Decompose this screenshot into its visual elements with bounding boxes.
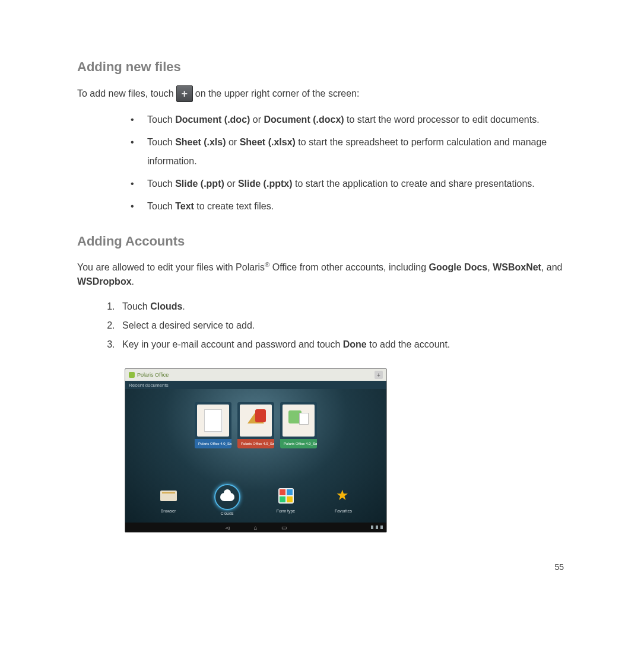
list-item: Touch Text to create text files. [131,197,564,216]
filename: Polaris Office 4.0_Sample.xlsx [284,442,317,445]
star-icon: ★ [336,488,351,504]
ppt-card[interactable]: Polaris Office 4.0_Sample.pptx [237,402,274,448]
text: , and [541,262,563,272]
text: Touch [122,301,150,311]
page-number: 55 [77,562,564,572]
doc-card[interactable]: Polaris Office 4.0_Sample.docx [195,402,231,448]
add-file-icon[interactable]: + [375,371,383,379]
bold-text: WSBoxNet [493,262,541,272]
bold-text: Google Docs [429,262,488,272]
bullet-list: Touch Document (.doc) or Document (.docx… [77,110,564,216]
xls-card[interactable]: Polaris Office 4.0_Sample.xlsx [280,402,317,448]
bold-text: WSDropbox [77,276,132,286]
heading-adding-accounts: Adding Accounts [77,234,564,249]
bold-text: Document (.doc) [175,114,250,125]
numbered-steps: Touch Clouds. Select a desired service t… [77,297,564,354]
text: Touch [147,137,175,147]
text: or [250,114,264,125]
bold-text: Clouds [150,301,182,311]
text: to add the account. [367,339,450,349]
text: Touch [147,179,175,189]
doc-thumbnail-icon [197,405,229,437]
bold-text: Sheet (.xlsx) [240,137,296,147]
list-item: Touch Slide (.ppt) or Slide (.pptx) to s… [131,174,564,193]
list-item: Key in your e-mail account and password … [118,335,564,354]
android-navbar: ◅ ⌂ ▭ [125,523,386,532]
text: Touch [147,114,175,125]
label: Form type [277,509,296,513]
list-item: Touch Sheet (.xls) or Sheet (.xlsx) to s… [131,133,564,171]
text: to create text files. [194,201,274,211]
xls-thumbnail-icon [283,405,315,437]
list-item: Touch Clouds. [118,297,564,316]
ppt-thumbnail-icon [240,405,272,437]
recent-icon[interactable]: ▭ [281,524,287,531]
list-item: Touch Document (.doc) or Document (.docx… [131,110,564,129]
home-icon[interactable]: ⌂ [253,524,257,531]
polaris-logo-icon [129,372,135,378]
back-icon[interactable]: ◅ [225,524,230,531]
recent-cards: Polaris Office 4.0_Sample.docx Polaris O… [195,402,317,448]
grid-icon [278,488,294,504]
app-title: Polaris Office [137,372,169,378]
browser-button[interactable]: Browser [157,484,180,515]
text: Touch [147,201,175,211]
accounts-paragraph: You are allowed to edit your files with … [77,260,564,289]
label: Clouds [221,511,234,515]
label: Browser [161,509,176,513]
bottom-nav: Browser Clouds Form type ★ Favorites [125,484,386,515]
status-icons [371,526,383,529]
text: to start the application to create and s… [292,179,534,189]
app-body: Polaris Office 4.0_Sample.docx Polaris O… [125,389,386,523]
document-page: Adding new files To add new files, touch… [0,0,641,607]
clouds-button[interactable]: Clouds [214,484,240,515]
text: Key in your e-mail account and password … [122,339,343,349]
bold-text: Document (.docx) [264,114,344,125]
text: Office from other accounts, including [269,262,429,272]
bold-text: Text [175,201,194,211]
bold-text: Slide (.ppt) [175,179,224,189]
filename: Polaris Office 4.0_Sample.docx [198,442,231,445]
cloud-icon [220,493,234,501]
heading-adding-new-files: Adding new files [77,59,564,75]
subheader: Recent documents [125,381,386,389]
favorites-button[interactable]: ★ Favorites [332,484,356,515]
bold-text: Sheet (.xls) [175,137,226,147]
text: . [182,301,185,311]
formtype-button[interactable]: Form type [274,484,298,515]
intro-paragraph: To add new files, touch + on the upper r… [77,85,564,102]
app-header: Polaris Office + [125,369,386,381]
text: to start the word processor to edit docu… [344,114,540,125]
label: Favorites [335,509,352,513]
text: , [487,262,493,272]
text: To add new files, touch [77,87,174,101]
text: on the upper right corner of the screen: [195,87,360,101]
bold-text: Done [343,339,367,349]
text: You are allowed to edit your files with … [77,262,265,272]
folder-icon [160,491,177,501]
filename: Polaris Office 4.0_Sample.pptx [241,442,274,445]
list-item: Select a desired service to add. [118,316,564,335]
bold-text: Slide (.pptx) [238,179,293,189]
text: or [224,179,238,189]
text: or [226,137,240,147]
text: . [132,276,134,286]
tablet-screenshot: Polaris Office + Recent documents Polari… [125,368,387,533]
plus-icon: + [176,85,193,102]
